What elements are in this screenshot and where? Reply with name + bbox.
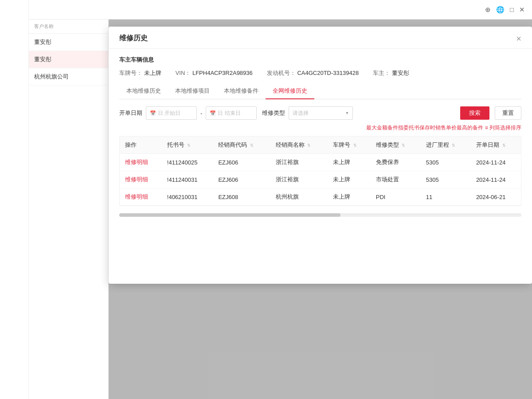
list-header-label: 客户名称 [29, 20, 108, 34]
sort-icon-dealer-name: ⇅ [307, 143, 311, 148]
cell-invoice: !411240025 [162, 154, 213, 171]
repair-detail-button[interactable]: 维修明细 [125, 176, 148, 184]
date-end-input[interactable]: 📅 日 结束日 [206, 106, 257, 120]
date-filter-label: 开单日期 [119, 109, 142, 117]
calendar-start-icon: 📅 [150, 110, 156, 116]
plate-label: 车牌号： [119, 70, 142, 76]
cell-plate: 未上牌 [328, 154, 371, 171]
globe-icon[interactable]: ⊕ [485, 6, 491, 14]
repair-detail-button[interactable]: 维修明细 [125, 158, 148, 166]
close-header-icon[interactable]: ✕ [519, 6, 525, 14]
type-filter-group: 维修类型 请选择 ▼ [262, 106, 353, 120]
tab-local-history[interactable]: 本地维修历史 [119, 83, 168, 99]
cell-date: 2024-06-21 [471, 188, 521, 206]
scrollbar-thumb [119, 213, 340, 217]
col-invoice[interactable]: 托书号 ⇅ [162, 137, 213, 154]
cell-date: 2024-11-24 [471, 154, 521, 171]
cell-repair_type: 市场处置 [371, 171, 421, 188]
col-plate[interactable]: 车牌号 ⇅ [328, 137, 371, 154]
calendar-end-icon: 📅 [210, 110, 216, 116]
modal-title: 维修历史 [119, 34, 148, 43]
sort-icon-date: ⇅ [502, 143, 506, 148]
type-select-placeholder: 请选择 [293, 110, 309, 117]
list-item[interactable]: 董安彤 [29, 34, 108, 51]
date-separator: - [200, 110, 202, 117]
sort-icon-mileage: ⇅ [452, 143, 455, 148]
col-mileage[interactable]: 进厂里程 ⇅ [421, 137, 471, 154]
col-date[interactable]: 开单日期 ⇅ [471, 137, 521, 154]
cell-repair_type: PDI [371, 188, 421, 206]
cell-invoice: !411240031 [162, 171, 213, 188]
cell-dealer_name: 浙江裕旗 [270, 171, 328, 188]
left-list-panel: 客户名称 董安彤 董安彤 杭州杭旗公司 [29, 20, 109, 399]
col-action: 操作 [120, 137, 162, 154]
note-text: 最大金额备件指委托书保存时销售单价最高的备件 ≡ 列筒选择排序 [119, 124, 521, 132]
owner-info: 车主： 董安彤 [373, 69, 409, 77]
sort-icon-plate: ⇅ [353, 143, 357, 148]
cell-plate: 未上牌 [328, 188, 371, 206]
table-row: 维修明细!411240025EZJ606浙江裕旗未上牌免费保养53052024-… [120, 154, 521, 171]
col-dealer-code[interactable]: 经销商代码 ⇅ [213, 137, 270, 154]
list-item[interactable]: 董安彤 [29, 51, 108, 68]
modal-body: 车主车辆信息 车牌号： 未上牌 VIN： LFPH4ACP3R2A98936 发… [109, 49, 532, 227]
vehicle-section-title: 车主车辆信息 [119, 56, 521, 64]
list-item[interactable]: 杭州杭旗公司 [29, 68, 108, 86]
cell-mileage: 5305 [421, 154, 471, 171]
search-button[interactable]: 搜索 [460, 106, 489, 120]
cell-dealer_name: 浙江裕旗 [270, 154, 328, 171]
language-icon[interactable]: 🌐 [496, 6, 505, 14]
engine-label: 发动机号： [267, 70, 296, 76]
date-filter-group: 开单日期 📅 日 开始日 - 📅 日 结束日 [119, 106, 257, 120]
header-bar: ⊕ 🌐 □ ✕ [29, 0, 532, 20]
owner-label: 车主： [373, 70, 390, 76]
engine-value: CA4GC20TD-33139428 [297, 70, 359, 76]
cell-mileage: 5305 [421, 171, 471, 188]
window-icon[interactable]: □ [510, 6, 514, 13]
plate-info: 车牌号： 未上牌 [119, 69, 161, 77]
table-row: 维修明细!411240031EZJ606浙江裕旗未上牌市场处置53052024-… [120, 171, 521, 188]
vin-info: VIN： LFPH4ACP3R2A98936 [176, 69, 253, 77]
cell-dealer_code: EZJ608 [213, 188, 270, 206]
modal-overlay: 维修历史 × 车主车辆信息 车牌号： 未上牌 VIN： LFPH4ACP3R2A… [109, 20, 532, 399]
table-row: 维修明细!406210031EZJ608杭州杭旗未上牌PDI112024-06-… [120, 188, 521, 206]
date-end-placeholder: 日 结束日 [218, 110, 240, 117]
vin-value: LFPH4ACP3R2A98936 [192, 70, 253, 76]
cell-dealer_code: EZJ606 [213, 171, 270, 188]
cell-invoice: !406210031 [162, 188, 213, 206]
chevron-down-icon: ▼ [345, 111, 349, 115]
col-repair-type[interactable]: 维修类型 ⇅ [371, 137, 421, 154]
cell-dealer_code: EZJ606 [213, 154, 270, 171]
tab-all-history[interactable]: 全网维修历史 [266, 83, 314, 99]
filter-row: 开单日期 📅 日 开始日 - 📅 日 结束日 维修类型 请选择 ▼ [119, 106, 521, 120]
vin-label: VIN： [176, 70, 191, 76]
table-body: 维修明细!411240025EZJ606浙江裕旗未上牌免费保养53052024-… [120, 154, 521, 206]
col-dealer-name[interactable]: 经销商名称 ⇅ [270, 137, 328, 154]
tab-local-parts[interactable]: 本地维修备件 [217, 83, 266, 99]
cell-dealer_name: 杭州杭旗 [270, 188, 328, 206]
sort-icon-repair-type: ⇅ [402, 143, 405, 148]
plate-value: 未上牌 [144, 70, 161, 76]
reset-button[interactable]: 重置 [495, 106, 521, 120]
tabs-bar: 本地维修历史 本地维修项目 本地维修备件 全网维修历史 [119, 83, 521, 99]
cell-repair_type: 免费保养 [371, 154, 421, 171]
repair-detail-button[interactable]: 维修明细 [125, 193, 148, 201]
cell-mileage: 11 [421, 188, 471, 206]
modal-close-button[interactable]: × [516, 34, 521, 43]
modal-header: 维修历史 × [109, 27, 532, 49]
date-start-input[interactable]: 📅 日 开始日 [146, 106, 197, 120]
sort-icon-dealer-code: ⇅ [250, 143, 254, 148]
owner-value: 董安彤 [392, 70, 409, 76]
cell-date: 2024-11-24 [471, 171, 521, 188]
sort-icon-invoice: ⇅ [187, 143, 191, 148]
left-panel [0, 0, 29, 399]
table-header: 操作 托书号 ⇅ 经销商代码 ⇅ 经销商名称 ⇅ [120, 137, 521, 154]
repair-table: 操作 托书号 ⇅ 经销商代码 ⇅ 经销商名称 ⇅ [120, 137, 521, 206]
engine-info: 发动机号： CA4GC20TD-33139428 [267, 69, 359, 77]
bottom-scrollbar[interactable] [119, 213, 521, 217]
tab-local-items[interactable]: 本地维修项目 [168, 83, 217, 99]
vehicle-info-row: 车牌号： 未上牌 VIN： LFPH4ACP3R2A98936 发动机号： CA… [119, 69, 521, 77]
type-select-wrapper[interactable]: 请选择 ▼ [289, 106, 353, 120]
type-filter-label: 维修类型 [262, 109, 285, 117]
date-start-placeholder: 日 开始日 [158, 110, 180, 117]
table-wrapper: 操作 托书号 ⇅ 经销商代码 ⇅ 经销商名称 ⇅ [119, 136, 521, 206]
